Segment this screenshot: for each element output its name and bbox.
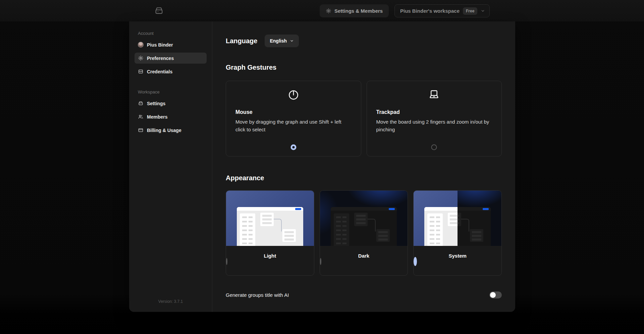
gesture-card-trackpad[interactable]: Trackpad Move the board using 2 fingers … [367, 81, 502, 156]
gesture-radio-mouse[interactable] [290, 144, 296, 150]
light-theme-preview [226, 191, 314, 246]
app-logo-drive-icon [154, 6, 164, 16]
sidebar-item-members[interactable]: Members [135, 111, 207, 122]
switch-knob [490, 292, 496, 298]
gesture-title: Mouse [235, 109, 352, 115]
language-row: Language English [226, 35, 502, 47]
sidebar-item-profile[interactable]: Pius Binder [135, 39, 207, 50]
sidebar-item-credentials[interactable]: Credentials [135, 66, 207, 77]
sidebar-item-label: Billing & Usage [147, 128, 181, 133]
appearance-card-system[interactable]: System [413, 190, 502, 276]
appearance-card-light[interactable]: Light [226, 190, 314, 276]
top-bar: Settings & Members Pius Binder's workspa… [0, 0, 644, 21]
gear-icon [138, 55, 144, 61]
drive-icon [138, 101, 144, 106]
appearance-options: Light Dark [226, 190, 502, 276]
gesture-radio-trackpad[interactable] [431, 144, 437, 150]
laptop-icon [376, 88, 492, 101]
appearance-label: Light [226, 253, 314, 259]
system-theme-preview [414, 191, 501, 246]
appearance-radio-system[interactable] [414, 257, 417, 266]
credentials-icon [138, 69, 144, 74]
plan-badge: Free [463, 7, 477, 15]
gesture-description: Move by dragging the graph and use Shift… [235, 118, 352, 134]
sidebar-item-billing[interactable]: Billing & Usage [135, 125, 207, 136]
avatar [138, 42, 144, 48]
graph-gestures-title: Graph Gestures [226, 64, 502, 71]
appearance-radio-light[interactable] [226, 258, 227, 265]
sidebar-item-label: Pius Binder [147, 42, 173, 48]
sidebar-item-label: Credentials [147, 69, 172, 74]
appearance-label: Dark [320, 253, 408, 259]
sidebar-item-label: Members [147, 114, 167, 120]
ai-toggle-label: Generate groups title with AI [226, 292, 289, 298]
gesture-description: Move the board using 2 fingers and zoom … [376, 118, 492, 134]
settings-members-button[interactable]: Settings & Members [320, 4, 389, 17]
sidebar-item-label: Settings [147, 101, 165, 106]
workspace-name: Pius Binder's workspace [400, 8, 460, 14]
appearance-title: Appearance [226, 174, 502, 182]
chevron-down-icon [481, 9, 485, 13]
settings-sidebar: Account Pius Binder Preferences Credent [129, 21, 212, 312]
gesture-card-mouse[interactable]: Mouse Move by dragging the graph and use… [226, 81, 361, 156]
language-label: Language [226, 37, 257, 45]
preferences-content: Language English Graph Gestures Mouse Mo… [212, 21, 515, 312]
appearance-label: System [414, 253, 501, 259]
appearance-radio-dark[interactable] [320, 258, 321, 265]
settings-panel: Account Pius Binder Preferences Credent [129, 21, 515, 312]
members-icon [138, 114, 144, 120]
ai-toggle-switch[interactable] [489, 291, 502, 298]
sidebar-item-label: Preferences [147, 56, 174, 61]
settings-members-label: Settings & Members [334, 8, 383, 14]
dark-theme-preview [320, 191, 408, 246]
workspace-section-label: Workspace [138, 89, 207, 94]
ai-toggle-row: Generate groups title with AI [226, 291, 502, 298]
workspace-selector[interactable]: Pius Binder's workspace Free [394, 4, 490, 17]
account-section-label: Account [138, 31, 207, 36]
billing-icon [138, 127, 144, 133]
appearance-card-dark[interactable]: Dark [320, 190, 408, 276]
sidebar-item-preferences[interactable]: Preferences [135, 53, 207, 64]
language-selected-value: English [270, 38, 287, 44]
version-label: Version: 3.7.1 [129, 299, 212, 304]
language-select[interactable]: English [265, 35, 299, 47]
gesture-options: Mouse Move by dragging the graph and use… [226, 81, 502, 156]
mouse-icon [235, 88, 352, 101]
gesture-title: Trackpad [376, 109, 492, 115]
sidebar-item-settings[interactable]: Settings [135, 98, 207, 109]
chevron-down-icon [290, 39, 294, 43]
gear-icon [326, 8, 331, 14]
